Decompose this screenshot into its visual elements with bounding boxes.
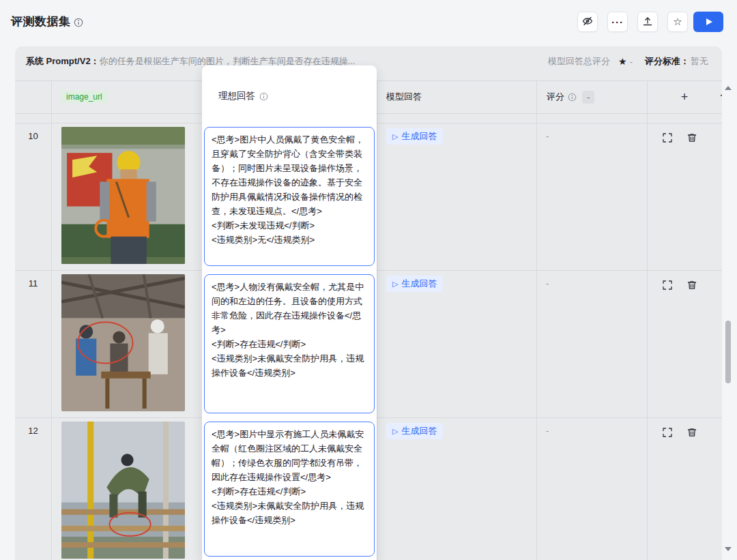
page-title: 评测数据集 — [11, 14, 71, 29]
generate-answer-button[interactable]: ▷ 生成回答 — [386, 423, 443, 439]
column-score[interactable]: 评分 - ··· — [536, 80, 647, 113]
model-answer-label: 模型回答 — [386, 91, 422, 103]
expand-row-button[interactable] — [662, 280, 674, 291]
photo-scaffolding-scene — [61, 422, 185, 559]
criteria-value[interactable]: 暂无 — [691, 55, 708, 68]
ideal-answer-cell[interactable]: <思考>人物没有佩戴安全帽，尤其是中间的和左边的任务。且设备的使用方式非常危险，… — [204, 274, 375, 413]
eye-off-icon — [582, 16, 593, 29]
total-score-value: - — [630, 57, 633, 67]
run-evaluation-button[interactable] — [693, 12, 723, 32]
more-actions-button[interactable]: ··· — [607, 12, 628, 32]
generate-play-icon: ▷ — [392, 428, 398, 435]
score-aggregate-value[interactable]: - — [582, 91, 594, 104]
score-cell-value[interactable]: - — [546, 278, 549, 289]
info-icon — [74, 18, 83, 27]
score-star-icon[interactable]: ★ — [618, 56, 627, 67]
banner-right: 模型回答总评分 ★ - 评分标准： 暂无 — [548, 55, 708, 68]
grid-line — [51, 80, 52, 560]
upload-icon — [642, 16, 653, 29]
score-info-icon — [568, 93, 577, 102]
row-index[interactable]: 11 — [15, 278, 51, 289]
expand-row-button[interactable] — [662, 427, 674, 439]
generate-play-icon: ▷ — [392, 280, 398, 288]
add-column-cell: + — [647, 80, 722, 113]
generate-answer-button[interactable]: ▷ 生成回答 — [386, 276, 443, 292]
score-cell-value[interactable]: - — [546, 426, 549, 436]
ideal-answer-column: 理想回答 <思考>图片中人员佩戴了黄色安全帽，且穿戴了安全防护背心（含安全带类装… — [202, 65, 377, 560]
ideal-answer-text: <思考>图片中显示有施工人员未佩戴安全帽（红色圈注区域的工人未佩戴安全帽）；传绿… — [205, 422, 374, 532]
photo-worker-portrait — [61, 127, 185, 264]
generate-answer-label: 生成回答 — [401, 425, 437, 437]
generate-play-icon: ▷ — [392, 133, 398, 141]
ideal-answer-label: 理想回答 — [218, 90, 255, 102]
play-icon — [706, 18, 712, 25]
row-index[interactable]: 12 — [15, 426, 51, 436]
column-ideal-answer[interactable]: 理想回答 — [218, 90, 268, 102]
grid-line — [536, 80, 537, 560]
score-label: 评分 — [547, 91, 564, 103]
criteria-label: 评分标准： — [645, 55, 689, 68]
system-prompt-label[interactable]: 系统 Prompt/V2： — [26, 55, 100, 68]
grid-line — [647, 80, 648, 560]
add-column-button[interactable]: + — [647, 90, 722, 104]
app: 评测数据集 ··· ☆ 系统 Prompt/V2： 你的任务是根据生产车间的图片… — [0, 0, 737, 560]
grid-line — [377, 80, 377, 560]
photo-workshop-scene — [61, 274, 185, 411]
generate-answer-label: 生成回答 — [401, 130, 437, 143]
image-cell[interactable] — [61, 127, 185, 264]
image-cell[interactable] — [61, 274, 185, 411]
favorite-button[interactable]: ☆ — [667, 12, 688, 32]
image-url-field-badge[interactable]: image_url — [61, 91, 107, 103]
total-score-label: 模型回答总评分 — [548, 55, 610, 68]
image-cell[interactable] — [61, 422, 185, 559]
hide-columns-button[interactable] — [577, 12, 598, 32]
ideal-answer-cell[interactable]: <思考>图片中人员佩戴了黄色安全帽，且穿戴了安全防护背心（含安全带类装备）；同时… — [204, 127, 375, 266]
column-image-url[interactable]: image_url — [51, 80, 202, 113]
ideal-info-icon — [259, 92, 268, 101]
generate-answer-button[interactable]: ▷ 生成回答 — [386, 128, 443, 145]
dataset-card: 系统 Prompt/V2： 你的任务是根据生产车间的图片，判断生产车间是否存在违… — [15, 46, 722, 560]
generate-answer-label: 生成回答 — [401, 278, 437, 290]
delete-row-button[interactable] — [687, 132, 698, 144]
ideal-answer-cell[interactable]: <思考>图片中显示有施工人员未佩戴安全帽（红色圈注区域的工人未佩戴安全帽）；传绿… — [204, 422, 375, 557]
score-cell-value[interactable]: - — [546, 131, 549, 141]
expand-row-button[interactable] — [662, 132, 674, 144]
ideal-answer-text: <思考>图片中人员佩戴了黄色安全帽，且穿戴了安全防护背心（含安全带类装备）；同时… — [205, 128, 374, 252]
delete-row-button[interactable] — [687, 427, 698, 439]
row-index[interactable]: 10 — [15, 131, 51, 141]
more-icon: ··· — [611, 16, 624, 28]
scrollbar-thumb[interactable] — [725, 321, 731, 383]
scroll-up-button[interactable] — [725, 86, 732, 90]
delete-row-button[interactable] — [687, 280, 698, 291]
column-model-answer[interactable]: 模型回答 ··· — [377, 80, 536, 113]
ideal-answer-text: <思考>人物没有佩戴安全帽，尤其是中间的和左边的任务。且设备的使用方式非常危险，… — [205, 275, 374, 385]
export-button[interactable] — [637, 12, 658, 32]
star-icon: ☆ — [673, 16, 682, 28]
scroll-down-button[interactable] — [725, 547, 732, 551]
